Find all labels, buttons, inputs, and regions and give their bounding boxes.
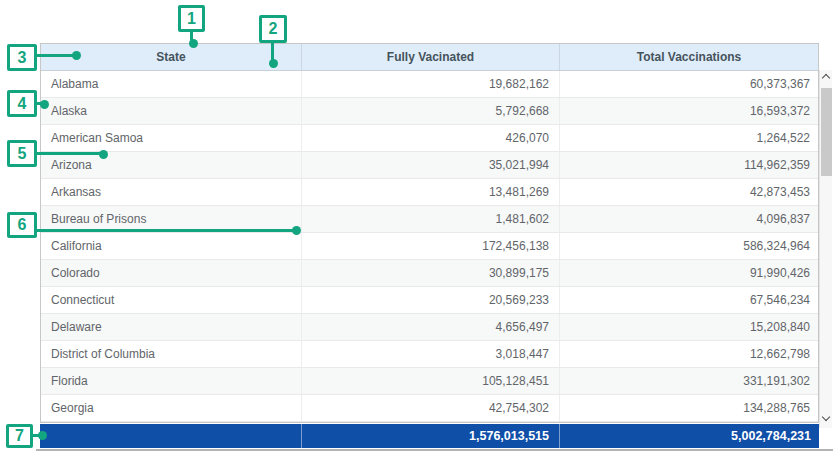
cell-state: Arizona [41, 152, 302, 178]
cell-fully-vaccinated: 5,792,668 [302, 98, 560, 124]
cell-fully-vaccinated: 30,899,175 [302, 260, 560, 286]
table-row[interactable]: Alabama19,682,16260,373,367 [41, 71, 818, 98]
cell-fully-vaccinated: 42,754,302 [302, 395, 560, 421]
vertical-scrollbar[interactable] [819, 70, 832, 428]
callout-5-dot [99, 150, 108, 159]
table-row[interactable]: American Samoa426,0701,264,522 [41, 125, 818, 152]
callout-6-dot [292, 226, 301, 235]
cell-total-vaccinations: 60,373,367 [560, 71, 818, 97]
table-row[interactable]: California172,456,138586,324,964 [41, 233, 818, 260]
callout-4-dot [40, 100, 49, 109]
callout-1-dot [189, 39, 198, 48]
cell-total-vaccinations: 4,096,837 [560, 206, 818, 232]
cell-total-vaccinations: 331,191,302 [560, 368, 818, 394]
cell-fully-vaccinated: 35,021,994 [302, 152, 560, 178]
data-table: State Fully Vacinated Total Vaccinations… [40, 43, 819, 423]
cell-fully-vaccinated: 426,070 [302, 125, 560, 151]
cell-state: Colorado [41, 260, 302, 286]
cell-total-vaccinations: 67,546,234 [560, 287, 818, 313]
scroll-up-button[interactable] [820, 71, 832, 86]
callout-7-dot [38, 431, 47, 440]
cell-state: Georgia [41, 395, 302, 421]
chevron-up-icon [822, 74, 830, 82]
callout-4-marker: 4 [7, 90, 37, 117]
cell-fully-vaccinated: 172,456,138 [302, 233, 560, 259]
table-row[interactable]: Georgia42,754,302134,288,765 [41, 395, 818, 422]
cell-total-vaccinations: 91,990,426 [560, 260, 818, 286]
cell-state: Alabama [41, 71, 302, 97]
table-row[interactable]: Arkansas13,481,26942,873,453 [41, 179, 818, 206]
callout-2-dot [269, 59, 278, 68]
callout-6-marker: 6 [7, 212, 37, 238]
totals-cell-fully-vaccinated: 1,576,013,515 [301, 424, 559, 448]
cell-fully-vaccinated: 3,018,447 [302, 341, 560, 367]
table-header-row: State Fully Vacinated Total Vaccinations [41, 44, 818, 71]
bottom-divider [36, 449, 833, 451]
callout-6-connector [37, 229, 293, 232]
cell-state: Alaska [41, 98, 302, 124]
callout-2-marker: 2 [259, 15, 287, 43]
callout-5-connector [37, 152, 101, 155]
totals-row: 1,576,013,515 5,002,784,231 [40, 424, 819, 448]
callout-3-marker: 3 [7, 44, 37, 71]
callout-3-connector [37, 54, 73, 57]
cell-state: California [41, 233, 302, 259]
cell-state: District of Columbia [41, 341, 302, 367]
totals-cell-total-vaccinations: 5,002,784,231 [559, 424, 819, 448]
cell-total-vaccinations: 586,324,964 [560, 233, 818, 259]
table-row[interactable]: Colorado30,899,17591,990,426 [41, 260, 818, 287]
cell-total-vaccinations: 16,593,372 [560, 98, 818, 124]
list-table-widget: State Fully Vacinated Total Vaccinations… [0, 0, 833, 453]
callout-7-marker: 7 [6, 424, 33, 448]
scrollbar-thumb[interactable] [821, 88, 832, 176]
table-row[interactable]: Alaska5,792,66816,593,372 [41, 98, 818, 125]
column-header-total-vaccinations[interactable]: Total Vaccinations [560, 44, 818, 70]
cell-state: Arkansas [41, 179, 302, 205]
cell-state: Connecticut [41, 287, 302, 313]
cell-state: Delaware [41, 314, 302, 340]
totals-cell-state [40, 424, 301, 448]
callout-3-dot [72, 51, 81, 60]
callout-2-connector [271, 43, 274, 60]
cell-total-vaccinations: 134,288,765 [560, 395, 818, 421]
column-header-fully-vaccinated[interactable]: Fully Vacinated [302, 44, 560, 70]
cell-total-vaccinations: 1,264,522 [560, 125, 818, 151]
table-row[interactable]: Florida105,128,451331,191,302 [41, 368, 818, 395]
cell-state: American Samoa [41, 125, 302, 151]
cell-total-vaccinations: 12,662,798 [560, 341, 818, 367]
cell-fully-vaccinated: 19,682,162 [302, 71, 560, 97]
cell-fully-vaccinated: 105,128,451 [302, 368, 560, 394]
cell-fully-vaccinated: 1,481,602 [302, 206, 560, 232]
cell-state: Florida [41, 368, 302, 394]
cell-fully-vaccinated: 20,569,233 [302, 287, 560, 313]
cell-total-vaccinations: 15,208,840 [560, 314, 818, 340]
cell-total-vaccinations: 42,873,453 [560, 179, 818, 205]
table-body: Alabama19,682,16260,373,367Alaska5,792,6… [41, 71, 818, 422]
chevron-down-icon [822, 413, 830, 421]
callout-5-marker: 5 [7, 140, 37, 167]
scroll-down-button[interactable] [820, 412, 832, 427]
table-row[interactable]: Connecticut20,569,23367,546,234 [41, 287, 818, 314]
cell-fully-vaccinated: 13,481,269 [302, 179, 560, 205]
table-row[interactable]: Delaware4,656,49715,208,840 [41, 314, 818, 341]
table-row[interactable]: District of Columbia3,018,44712,662,798 [41, 341, 818, 368]
table-row[interactable]: Arizona35,021,994114,962,359 [41, 152, 818, 179]
cell-fully-vaccinated: 4,656,497 [302, 314, 560, 340]
cell-total-vaccinations: 114,962,359 [560, 152, 818, 178]
callout-1-marker: 1 [178, 5, 205, 32]
